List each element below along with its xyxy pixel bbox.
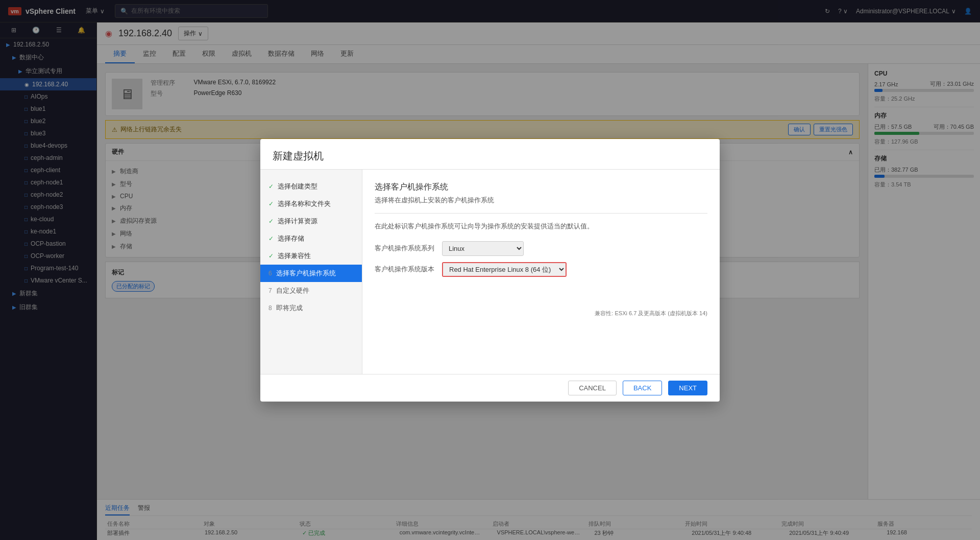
modal-overlay: 新建虚拟机 ✓选择创建类型✓选择名称和文件夹✓选择计算资源✓选择存储✓选择兼容性… [0, 0, 980, 540]
step-check-icon: ✓ [268, 218, 274, 225]
new-vm-modal: 新建虚拟机 ✓选择创建类型✓选择名称和文件夹✓选择计算资源✓选择存储✓选择兼容性… [260, 139, 720, 402]
step-item-5[interactable]: ✓选择兼容性 [260, 247, 362, 265]
os-version-select-wrapper: Red Hat Enterprise Linux 8 (64 位) Red Ha… [442, 262, 567, 277]
modal-body: ✓选择创建类型✓选择名称和文件夹✓选择计算资源✓选择存储✓选择兼容性6选择客户机… [260, 170, 720, 374]
back-button[interactable]: BACK [623, 381, 662, 395]
step-label: 选择客户机操作系统 [276, 269, 336, 278]
cancel-button[interactable]: CANCEL [568, 381, 617, 395]
modal-hint: 在此处标识客户机操作系统可让向导为操作系统的安装提供适当的默认值。 [375, 222, 707, 231]
step-item-2[interactable]: ✓选择名称和文件夹 [260, 195, 362, 213]
step-label: 选择兼容性 [278, 251, 311, 261]
step-label: 选择名称和文件夹 [278, 199, 331, 208]
os-family-row: 客户机操作系统系列 Linux Windows Other [375, 241, 707, 256]
os-family-label: 客户机操作系统系列 [375, 244, 436, 253]
compatibility-text: 兼容性: ESXi 6.7 及更高版本 (虚拟机版本 14) [375, 308, 707, 319]
step-label: 即将完成 [276, 303, 303, 313]
step-num: 8 [268, 304, 272, 312]
step-item-1[interactable]: ✓选择创建类型 [260, 178, 362, 195]
step-check-icon: ✓ [268, 235, 274, 242]
modal-title: 新建虚拟机 [273, 149, 707, 163]
modal-header: 新建虚拟机 [260, 139, 720, 170]
step-item-4[interactable]: ✓选择存储 [260, 230, 362, 247]
modal-section-title: 选择客户机操作系统 [375, 182, 707, 193]
step-num: 7 [268, 287, 272, 294]
step-label: 自定义硬件 [276, 286, 309, 295]
modal-content: 选择客户机操作系统 选择将在虚拟机上安装的客户机操作系统 在此处标识客户机操作系… [362, 170, 720, 374]
step-item-3[interactable]: ✓选择计算资源 [260, 213, 362, 230]
step-label: 选择创建类型 [278, 182, 317, 191]
step-check-icon: ✓ [268, 200, 274, 207]
os-family-select[interactable]: Linux Windows Other [442, 241, 524, 256]
step-item-6[interactable]: 6选择客户机操作系统 [260, 265, 362, 282]
step-item-8[interactable]: 8即将完成 [260, 299, 362, 317]
modal-footer: CANCEL BACK NEXT [260, 374, 720, 402]
step-num: 6 [268, 270, 272, 277]
modal-section-desc: 选择将在虚拟机上安装的客户机操作系统 [375, 196, 707, 205]
os-version-label: 客户机操作系统版本 [375, 265, 436, 274]
os-version-select[interactable]: Red Hat Enterprise Linux 8 (64 位) Red Ha… [443, 263, 566, 276]
step-check-icon: ✓ [268, 252, 274, 260]
step-label: 选择计算资源 [278, 217, 317, 226]
step-check-icon: ✓ [268, 183, 274, 190]
modal-steps: ✓选择创建类型✓选择名称和文件夹✓选择计算资源✓选择存储✓选择兼容性6选择客户机… [260, 170, 362, 374]
step-item-7[interactable]: 7自定义硬件 [260, 282, 362, 299]
next-button[interactable]: NEXT [668, 381, 707, 395]
os-version-row: 客户机操作系统版本 Red Hat Enterprise Linux 8 (64… [375, 262, 707, 277]
step-label: 选择存储 [278, 234, 304, 243]
